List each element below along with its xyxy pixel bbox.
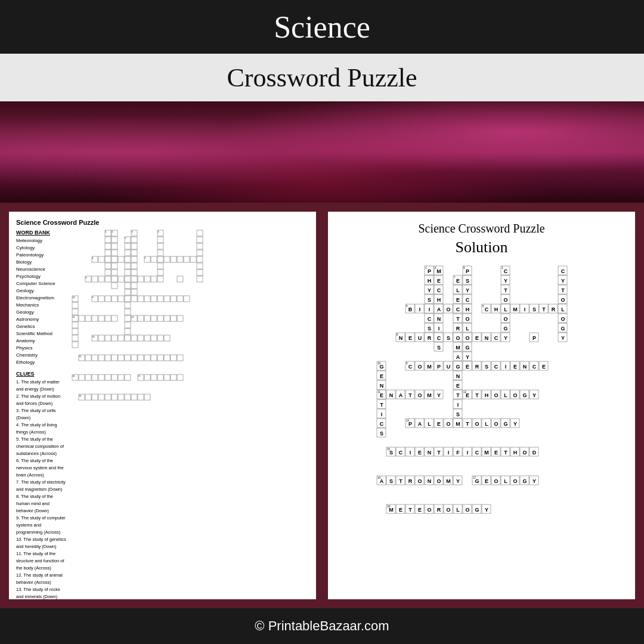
svg-rect-144 <box>118 355 124 361</box>
clue-item: 1. The study of matter and energy (Down) <box>16 379 67 393</box>
svg-text:S: S <box>532 306 535 312</box>
left-panel: Science Crossword Puzzle WORD BANK Meteo… <box>9 212 316 599</box>
svg-rect-102 <box>79 315 85 321</box>
svg-text:Y: Y <box>532 392 535 398</box>
svg-text:Y: Y <box>503 278 507 284</box>
svg-rect-114 <box>157 315 163 321</box>
svg-text:O: O <box>494 478 498 484</box>
svg-rect-176 <box>98 394 104 400</box>
svg-text:16: 16 <box>73 375 75 377</box>
svg-text:M: M <box>456 345 460 351</box>
svg-rect-148 <box>144 355 150 361</box>
svg-text:A: A <box>417 421 422 427</box>
svg-text:L: L <box>504 478 507 484</box>
svg-rect-26 <box>157 250 163 256</box>
svg-rect-171 <box>177 374 183 380</box>
clues-list: 1. The study of matter and energy (Down)… <box>16 379 67 599</box>
svg-rect-63 <box>112 276 117 282</box>
svg-text:O: O <box>446 306 450 312</box>
svg-rect-56 <box>157 270 163 275</box>
svg-text:R: R <box>475 364 479 370</box>
svg-text:17: 17 <box>138 375 141 377</box>
svg-rect-98 <box>72 309 78 315</box>
svg-rect-125 <box>98 335 104 341</box>
svg-rect-23 <box>112 250 117 256</box>
svg-rect-175 <box>92 394 98 400</box>
svg-text:F: F <box>456 450 460 456</box>
svg-rect-141 <box>98 355 104 361</box>
svg-text:G: G <box>561 326 565 332</box>
svg-text:18: 18 <box>79 395 82 397</box>
svg-text:R: R <box>436 507 441 513</box>
svg-rect-99 <box>125 309 131 315</box>
footer: © PrintableBazaar.com <box>0 608 644 644</box>
svg-text:C: C <box>427 316 431 322</box>
svg-rect-33 <box>118 256 124 262</box>
svg-text:R: R <box>408 478 412 484</box>
svg-rect-39 <box>157 256 163 262</box>
svg-text:C: C <box>484 306 488 312</box>
svg-rect-174 <box>85 394 91 400</box>
svg-rect-117 <box>177 315 183 321</box>
svg-rect-147 <box>138 355 144 361</box>
svg-rect-48 <box>125 263 131 269</box>
word-item: Mechanics <box>16 302 67 309</box>
svg-rect-178 <box>112 394 117 400</box>
svg-text:T: T <box>408 507 412 513</box>
svg-rect-139 <box>85 355 91 361</box>
svg-text:4: 4 <box>92 257 94 259</box>
svg-text:E: E <box>408 335 411 341</box>
svg-rect-151 <box>164 355 170 361</box>
svg-rect-42 <box>177 256 183 262</box>
svg-text:R: R <box>456 326 460 332</box>
svg-text:S: S <box>446 335 450 341</box>
svg-text:N: N <box>379 383 383 389</box>
svg-rect-49 <box>131 263 137 269</box>
svg-text:T: T <box>399 478 402 484</box>
svg-text:2: 2 <box>112 231 113 233</box>
svg-text:G: G <box>456 364 460 370</box>
svg-rect-54 <box>125 270 131 275</box>
svg-text:11: 11 <box>377 391 381 394</box>
svg-text:E: E <box>436 421 440 427</box>
svg-rect-50 <box>157 263 163 269</box>
svg-text:14: 14 <box>92 336 95 338</box>
svg-rect-118 <box>72 322 78 328</box>
svg-rect-13 <box>131 237 137 243</box>
svg-text:O: O <box>417 392 422 398</box>
svg-rect-90 <box>151 296 157 302</box>
svg-rect-169 <box>164 374 170 380</box>
svg-text:Y: Y <box>427 287 431 293</box>
svg-rect-65 <box>125 276 131 282</box>
svg-rect-103 <box>85 315 91 321</box>
svg-text:O: O <box>417 478 422 484</box>
svg-text:U: U <box>446 364 450 370</box>
svg-text:E: E <box>456 278 459 284</box>
svg-rect-135 <box>164 335 170 341</box>
svg-text:5: 5 <box>145 257 146 259</box>
svg-rect-120 <box>72 329 78 335</box>
svg-text:Y: Y <box>503 335 507 341</box>
svg-text:G: G <box>522 392 527 398</box>
svg-text:O: O <box>561 297 565 303</box>
left-panel-title: Science Crossword Puzzle <box>16 219 309 226</box>
svg-rect-62 <box>105 276 111 282</box>
word-item: Neuroscience <box>16 266 67 273</box>
svg-text:N: N <box>522 364 527 370</box>
svg-text:N: N <box>456 373 460 379</box>
svg-text:B: B <box>408 306 412 312</box>
svg-rect-24 <box>125 250 131 256</box>
svg-text:Y: Y <box>561 335 564 341</box>
svg-rect-129 <box>125 335 131 341</box>
svg-rect-14 <box>157 237 163 243</box>
svg-text:T: T <box>456 316 460 322</box>
svg-text:M: M <box>446 478 451 484</box>
svg-text:O: O <box>456 335 460 341</box>
word-item: Psychology <box>16 273 67 280</box>
svg-text:O: O <box>522 450 527 456</box>
svg-text:15: 15 <box>79 355 82 358</box>
svg-rect-104 <box>92 315 98 321</box>
svg-text:R: R <box>427 335 431 341</box>
clue-item: 4. The study of living things (Across) <box>16 422 67 436</box>
svg-text:G: G <box>475 507 479 513</box>
